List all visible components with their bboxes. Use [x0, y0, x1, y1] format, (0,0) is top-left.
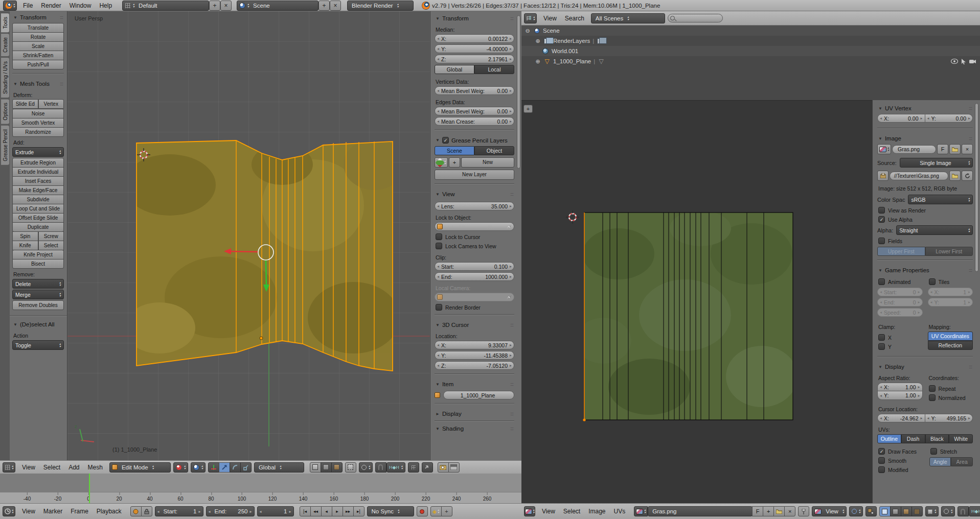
- manipulator-axis-button[interactable]: [208, 462, 219, 473]
- proportional-edit-selector[interactable]: ▴▾: [359, 462, 373, 473]
- uv-props-scrollbar[interactable]: [975, 103, 978, 272]
- screen-layout-selector[interactable]: ▴▾ Default: [122, 1, 209, 11]
- shading-panel-header[interactable]: ▼ Shading ::::: [435, 422, 514, 434]
- tool-shelf-tab[interactable]: Grease Pencil: [1, 126, 9, 165]
- cursor-3d-panel-header[interactable]: ▼ 3D Cursor ::::: [435, 319, 514, 331]
- uv-vertex-panel-header[interactable]: ▼ UV Vertex ::::: [877, 102, 973, 114]
- gp-new-button[interactable]: New: [461, 157, 514, 168]
- scale-manipulator-button[interactable]: [240, 462, 252, 473]
- uv-coordinates-button[interactable]: UV Coordinates: [928, 332, 973, 341]
- mean-crease-field[interactable]: ◂Mean Crease:0.00▸: [435, 117, 514, 126]
- extrude-dropdown[interactable]: Extrude ▴▾: [12, 147, 64, 157]
- timeline[interactable]: -40-200204060801001201401601802002202402…: [0, 474, 521, 503]
- play-reverse-button[interactable]: ◂: [321, 506, 332, 516]
- local-camera-field[interactable]: [435, 293, 514, 301]
- tool-button[interactable]: Offset Edge Slide: [12, 213, 64, 223]
- tool-button[interactable]: Make Edge/Face: [12, 185, 64, 195]
- item-panel-header[interactable]: ▼ Item ::::: [435, 378, 514, 390]
- snap-element-selector[interactable]: H◆H▴▾: [969, 506, 980, 516]
- menu-item[interactable]: View: [539, 15, 561, 22]
- reflection-button[interactable]: Reflection: [928, 341, 973, 350]
- close-layout-button[interactable]: ×: [220, 1, 232, 11]
- open-image-button[interactable]: [773, 506, 785, 516]
- game-end-field[interactable]: ◂End:0▸: [877, 298, 923, 306]
- gp-new-layer-button[interactable]: New Layer: [435, 170, 514, 180]
- tool-button[interactable]: Extrude Region: [12, 158, 64, 168]
- knife-select-button[interactable]: Select: [38, 241, 64, 250]
- uv-draw-mode-black-button[interactable]: Black: [925, 434, 949, 443]
- add-scene-button[interactable]: +: [318, 1, 330, 11]
- aspect-x-field[interactable]: ◂X:1.00▸: [877, 383, 923, 391]
- menu-item[interactable]: UVs: [610, 508, 630, 515]
- outliner-row-scene[interactable]: ⊖ Scene: [521, 26, 980, 36]
- game-properties-panel-header[interactable]: ▼ Game Properties ::::: [877, 264, 973, 276]
- menu-item[interactable]: View: [18, 508, 39, 515]
- grease-pencil-checkbox[interactable]: ✓: [442, 137, 449, 144]
- snap-toggle-button[interactable]: [958, 506, 969, 516]
- median-z-field[interactable]: ◂Z:2.17961▸: [435, 55, 514, 63]
- play-button[interactable]: ▸: [332, 506, 343, 516]
- aspect-y-field[interactable]: ◂Y:1.00▸: [877, 391, 923, 400]
- gp-pencil-dropdown[interactable]: ▴▾: [435, 157, 448, 168]
- tool-button[interactable]: Noise: [12, 109, 64, 119]
- image-browse-dropdown[interactable]: ▴▾: [634, 506, 648, 516]
- new-image-button[interactable]: +: [763, 506, 774, 516]
- menu-item[interactable]: Select: [39, 464, 64, 471]
- tool-button[interactable]: Push/Pull: [12, 60, 64, 69]
- toggle-dropdown[interactable]: Toggle ▴▾: [12, 340, 64, 350]
- opengl-render-anim-button[interactable]: [448, 462, 460, 473]
- uv-draw-mode-outline-button[interactable]: Outline: [877, 434, 901, 443]
- editor-type-selector[interactable]: ▴▾: [3, 462, 15, 473]
- image-name-field[interactable]: Gras.png: [892, 145, 936, 154]
- local-button[interactable]: Local: [474, 65, 514, 74]
- gp-object-button[interactable]: Object: [474, 146, 514, 155]
- eyedropper-icon[interactable]: [507, 224, 512, 229]
- menu-item[interactable]: View: [18, 464, 39, 471]
- menu-item[interactable]: Add: [64, 464, 83, 471]
- reload-image-button[interactable]: [962, 171, 973, 181]
- pin-image-button[interactable]: [798, 506, 809, 516]
- tool-shelf-tab[interactable]: Tools: [1, 13, 9, 32]
- render-border-checkbox[interactable]: [436, 304, 442, 311]
- previous-keyframe-button[interactable]: ◂◂: [310, 506, 322, 516]
- tiles-checkbox[interactable]: [929, 278, 936, 285]
- uv-vertex-x-field[interactable]: ◂X:0.00▸: [877, 114, 925, 123]
- outliner-display-mode-selector[interactable]: All Scenes▴▾: [591, 13, 665, 23]
- colorspace-dropdown[interactable]: sRGB▴▾: [908, 195, 973, 204]
- clamp-y-checkbox[interactable]: [878, 343, 885, 350]
- lock-to-cursor-checkbox[interactable]: [436, 233, 442, 240]
- slide-vertex-button[interactable]: Vertex: [38, 99, 64, 109]
- fake-user-button[interactable]: F: [937, 144, 948, 154]
- jump-to-end-button[interactable]: ▸|: [353, 506, 364, 516]
- uv-face-select-button[interactable]: [901, 506, 912, 516]
- pivot-point-selector[interactable]: ▴▾: [191, 462, 206, 473]
- expand-icon[interactable]: ⊕: [535, 38, 541, 44]
- uv-draw-mode-white-button[interactable]: White: [949, 434, 973, 443]
- record-button[interactable]: [417, 506, 428, 516]
- normalized-checkbox[interactable]: [929, 394, 936, 401]
- median-x-field[interactable]: ◂X:0.00122▸: [435, 34, 514, 43]
- editor-type-selector[interactable]: ▴▾: [524, 13, 537, 23]
- region-expand-plus-tab[interactable]: +: [523, 105, 533, 113]
- outliner-row-renderlayers[interactable]: ⊕ RenderLayers |: [521, 36, 980, 46]
- outliner-search-field[interactable]: [668, 14, 723, 22]
- remove-doubles-button[interactable]: Remove Doubles: [12, 300, 64, 310]
- item-name-field[interactable]: 1_1000_Plane: [443, 391, 514, 399]
- view-panel-header[interactable]: ▼ View ::::: [435, 188, 514, 200]
- smooth-checkbox[interactable]: [878, 457, 885, 464]
- display-panel-header[interactable]: ► Display ::::: [435, 408, 514, 419]
- current-frame-field[interactable]: ◂1▸: [257, 506, 294, 516]
- collapse-icon[interactable]: ⊖: [525, 28, 531, 34]
- clamp-x-checkbox[interactable]: [878, 334, 885, 341]
- unlink-image-button[interactable]: ×: [784, 506, 795, 516]
- menu-item[interactable]: Help: [95, 2, 116, 9]
- jump-to-start-button[interactable]: |◂: [300, 506, 311, 516]
- draw-faces-checkbox[interactable]: ✓: [878, 448, 885, 455]
- menu-item[interactable]: File: [19, 2, 37, 9]
- proportional-edit-selector[interactable]: ▴▾: [941, 506, 955, 516]
- next-keyframe-button[interactable]: ▸▸: [343, 506, 354, 516]
- tiles-y-field[interactable]: ◂Y:1▸: [928, 298, 973, 306]
- snap-element-selector[interactable]: H◆H▴▾: [386, 462, 405, 473]
- uv-island-select-button[interactable]: [911, 506, 923, 516]
- tool-button[interactable]: Randomize: [12, 127, 64, 137]
